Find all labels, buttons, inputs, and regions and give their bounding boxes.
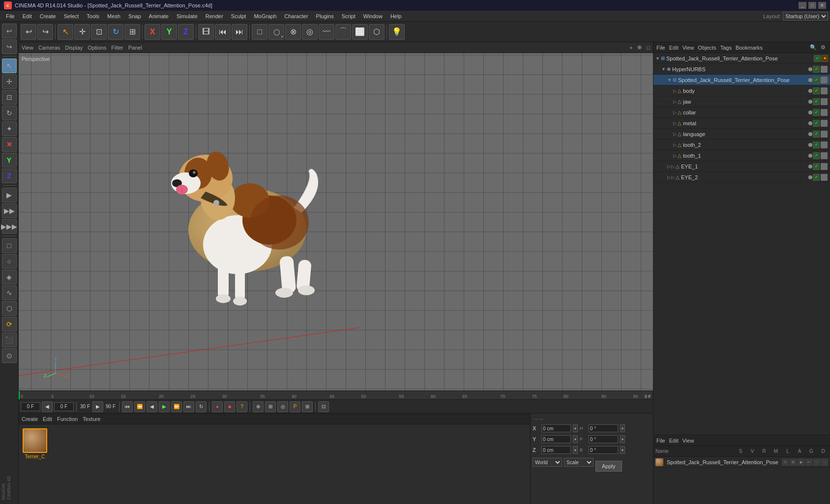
lang-check[interactable]: ✓ (813, 131, 820, 138)
tb-undo[interactable]: ↩ (21, 24, 36, 40)
tool-obj-cube[interactable]: □ (2, 238, 17, 253)
tool-rotate[interactable]: ↻ (2, 106, 17, 120)
tree-hn-dot[interactable] (808, 67, 812, 71)
tool-y[interactable]: Y (2, 153, 17, 168)
vp-icon-plus[interactable]: + (629, 45, 632, 51)
rb-menu-view[interactable]: View (682, 438, 694, 444)
tree-arrow-hypernurbs[interactable]: ▼ (661, 67, 666, 72)
tree-arrow-root[interactable]: ▼ (655, 56, 660, 61)
menu-edit[interactable]: Edit (19, 12, 36, 20)
scene-menu-view[interactable]: View (682, 45, 694, 51)
menu-animate[interactable]: Animate (145, 12, 173, 20)
vp-tab-view[interactable]: View (22, 45, 33, 51)
tree-hn-checker[interactable] (821, 66, 828, 73)
collar-checker[interactable] (821, 109, 828, 116)
menu-sculpt[interactable]: Sculpt (227, 12, 250, 20)
eye1-check[interactable]: ✓ (813, 163, 820, 170)
menu-character[interactable]: Character (280, 12, 312, 20)
tree-row-hypernurbs[interactable]: ▼ ⊕ HyperNURBS ✓ (653, 64, 830, 75)
tb-redo[interactable]: ↪ (37, 24, 53, 40)
tb-goto-end[interactable]: ⏭ (183, 401, 194, 412)
tb-move[interactable]: ✛ (74, 24, 90, 40)
tb-playback-p[interactable]: P (290, 401, 300, 412)
jaw-check[interactable]: ✓ (813, 98, 820, 105)
tree-arrow-spotted[interactable]: ▼ (667, 78, 672, 83)
coord-z-input[interactable] (541, 446, 571, 454)
lang-dot[interactable] (808, 132, 812, 136)
mat-menu-function[interactable]: Function (57, 416, 78, 422)
menu-select[interactable]: Select (60, 12, 83, 20)
tree-arrow-tooth2[interactable]: ▷ (673, 142, 677, 147)
body-check[interactable]: ✓ (813, 87, 820, 94)
tb-z-axis[interactable]: Z (178, 24, 194, 40)
vp-tab-cameras[interactable]: Cameras (38, 45, 60, 51)
rb-icon-2[interactable]: ⊞ (790, 459, 797, 466)
coord-x-input[interactable] (541, 424, 571, 432)
jaw-checker[interactable] (821, 98, 828, 105)
menu-tools[interactable]: Tools (83, 12, 103, 20)
metal-check[interactable]: ✓ (813, 120, 820, 127)
tool-scale[interactable]: ⊡ (2, 90, 17, 105)
current-frame-input[interactable] (21, 402, 40, 411)
body-checker[interactable] (821, 87, 828, 94)
minimize-button[interactable]: _ (799, 2, 806, 9)
mat-menu-create[interactable]: Create (22, 416, 38, 422)
tb-transform[interactable]: ⊞ (124, 24, 140, 40)
tree-row-tooth1[interactable]: ▷ △ tooth_1 ✓ (653, 150, 830, 161)
scene-menu-edit[interactable]: Edit (669, 45, 679, 51)
tree-arrow-language[interactable]: ▷ (673, 132, 677, 137)
tree-arrow-collar[interactable]: ▷ (673, 110, 677, 115)
timeline-ruler[interactable]: 0 5 10 15 20 25 30 35 40 45 50 55 60 65 (19, 391, 653, 399)
tree-s-checker[interactable] (821, 77, 828, 84)
menu-mograph[interactable]: MoGraph (250, 12, 280, 20)
body-dot[interactable] (808, 89, 812, 93)
tb-crosshair[interactable]: ⊕ (253, 401, 264, 412)
tb-bbox[interactable]: ⊞ (265, 401, 276, 412)
scene-menu-file[interactable]: File (656, 45, 665, 51)
tree-arrow-tooth1[interactable]: ▷ (673, 153, 677, 158)
tooth1-dot[interactable] (808, 154, 812, 158)
tree-arrow-body[interactable]: ▷ (673, 88, 677, 93)
tree-hn-check[interactable]: ✓ (813, 66, 820, 73)
tree-row-jaw[interactable]: ▷ △ jaw ✓ (653, 96, 830, 107)
tb-play[interactable]: ▶ (159, 401, 170, 412)
coord-h-spin[interactable]: ▾ (620, 424, 625, 432)
eye2-dot[interactable] (808, 175, 812, 179)
maximize-button[interactable]: □ (808, 2, 816, 9)
metal-dot[interactable] (808, 121, 812, 125)
close-button[interactable]: ✕ (818, 2, 826, 9)
tb-extrude[interactable]: ⬜ (352, 24, 368, 40)
coord-b-spin[interactable]: ▾ (620, 446, 625, 454)
tree-arrow-eye1[interactable]: ▷ (671, 164, 675, 169)
tb-timeline-expand[interactable]: ⊡ (318, 401, 329, 412)
tb-scale-obj[interactable]: ⊡ (91, 24, 107, 40)
tree-arrow-eye2[interactable]: ▷ (671, 175, 675, 180)
menu-snap[interactable]: Snap (124, 12, 145, 20)
vp-icon-crosshair[interactable]: ⊕ (637, 44, 642, 51)
tb-rotate[interactable]: ↻ (108, 24, 123, 40)
coord-z-spin[interactable]: ▾ (573, 446, 578, 454)
tree-row-collar[interactable]: ▷ △ collar ✓ (653, 107, 830, 118)
scene-menu-objects[interactable]: Objects (698, 45, 716, 51)
tooth2-check[interactable]: ✓ (813, 141, 820, 148)
vp-tab-panel[interactable]: Panel (128, 45, 142, 51)
material-item-terrier[interactable]: Terrier_C (23, 428, 47, 459)
coord-world-dropdown[interactable]: World Object (533, 458, 562, 467)
rb-row-spotted[interactable]: Spotted_Jack_Russell_Terrier_Attention_P… (653, 457, 830, 468)
tool-select[interactable]: ↖ (2, 58, 17, 73)
tree-arrow-metal[interactable]: ▷ (673, 121, 677, 126)
tree-row-language[interactable]: ▷ △ language ✓ (653, 129, 830, 140)
coord-x-spin[interactable]: ▾ (573, 424, 578, 432)
menu-render[interactable]: Render (202, 12, 227, 20)
tool-undo[interactable]: ↩ (2, 24, 17, 38)
tb-dec[interactable]: ◀ (42, 401, 53, 412)
coord-scale-dropdown[interactable]: Scale Size (564, 458, 593, 467)
tb-circle-t[interactable]: ◎ (277, 401, 288, 412)
tb-prev-frame[interactable]: ⏮ (215, 24, 231, 40)
collar-dot[interactable] (808, 111, 812, 114)
rb-icon-5[interactable]: → (813, 459, 820, 466)
eye1-dot[interactable] (808, 165, 812, 168)
rb-menu-edit[interactable]: Edit (669, 438, 679, 444)
tb-inc[interactable]: ▶ (92, 401, 103, 412)
tool-render-view[interactable]: ▶▶ (2, 203, 17, 218)
